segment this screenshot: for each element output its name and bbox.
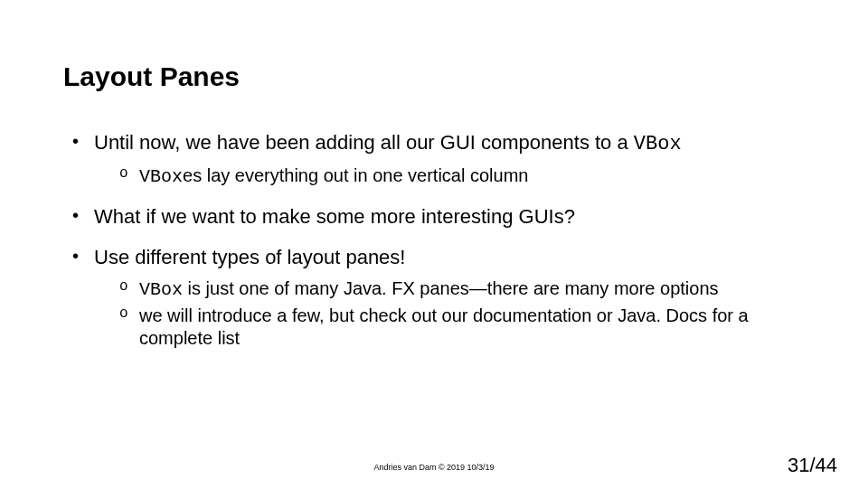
sub-item: we will introduce a few, but check out o…	[119, 305, 805, 350]
slide-title: Layout Panes	[63, 61, 805, 92]
sub-text: is just one of many Java. FX panes—there…	[183, 278, 719, 298]
footer-copyright: Andries van Dam © 2019 10/3/19	[0, 463, 868, 472]
sub-list: VBox is just one of many Java. FX panes—…	[119, 277, 805, 350]
bullet-text: What if we want to make some more intere…	[94, 205, 575, 228]
page-number: 31/44	[788, 454, 837, 477]
bullet-list: Until now, we have been adding all our G…	[72, 130, 805, 350]
slide: Layout Panes Until now, we have been add…	[0, 0, 868, 488]
bullet-item: Use different types of layout panes! VBo…	[72, 245, 805, 350]
bullet-text: Use different types of layout panes!	[94, 246, 405, 268]
bullet-item: What if we want to make some more intere…	[72, 204, 805, 230]
code-vbox: VBox	[634, 133, 682, 155]
code-vbox: VBox	[139, 279, 183, 300]
sub-item: VBoxes lay everything out in one vertica…	[119, 164, 805, 188]
sub-item: VBox is just one of many Java. FX panes—…	[119, 277, 805, 301]
code-vbox: VBox	[139, 166, 183, 187]
bullet-item: Until now, we have been adding all our G…	[72, 130, 805, 188]
sub-text: es lay everything out in one vertical co…	[183, 165, 528, 185]
bullet-text: Until now, we have been adding all our G…	[94, 131, 634, 154]
sub-list: VBoxes lay everything out in one vertica…	[119, 164, 805, 188]
sub-text: we will introduce a few, but check out o…	[139, 305, 749, 348]
